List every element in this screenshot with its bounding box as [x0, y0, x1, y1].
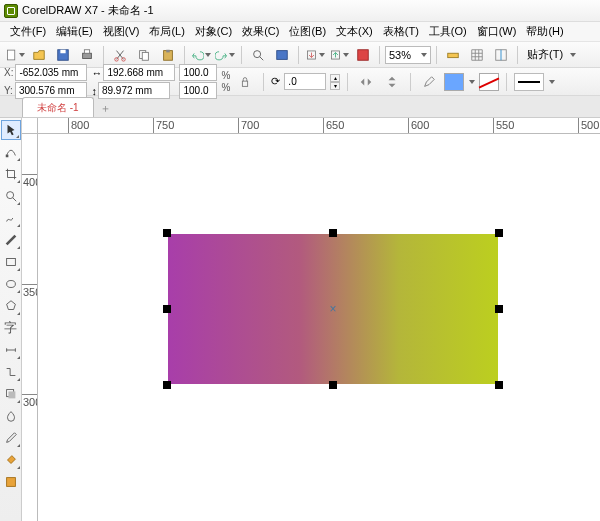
crop-tool[interactable] — [1, 164, 21, 184]
vertical-ruler[interactable]: 400 350 300 — [22, 134, 38, 521]
resize-handle-ml[interactable] — [163, 305, 171, 313]
menu-help[interactable]: 帮助(H) — [522, 22, 567, 41]
resize-handle-mr[interactable] — [495, 305, 503, 313]
print-button[interactable] — [76, 44, 98, 66]
undo-button[interactable] — [190, 44, 212, 66]
width-field[interactable]: 192.668 mm — [103, 64, 175, 81]
grid-button[interactable] — [466, 44, 488, 66]
rotation-field[interactable]: .0 — [284, 73, 326, 90]
window-title: CorelDRAW X7 - 未命名 -1 — [22, 3, 154, 18]
rotation-spinner[interactable]: ▴▾ — [330, 74, 340, 90]
redo-button[interactable] — [214, 44, 236, 66]
svg-point-22 — [6, 281, 15, 288]
menu-edit[interactable]: 编辑(E) — [52, 22, 97, 41]
scale-x-field[interactable]: 100.0 — [179, 64, 217, 81]
svg-point-20 — [6, 192, 13, 199]
svg-rect-15 — [358, 49, 369, 60]
svg-rect-10 — [166, 49, 170, 52]
paste-button[interactable] — [157, 44, 179, 66]
ruler-origin[interactable] — [22, 118, 38, 134]
selected-rectangle[interactable]: × — [168, 234, 498, 384]
search-button[interactable] — [247, 44, 269, 66]
svg-point-11 — [254, 50, 261, 57]
cut-button[interactable] — [109, 44, 131, 66]
polygon-tool[interactable] — [1, 296, 21, 316]
transparency-tool[interactable] — [1, 406, 21, 426]
document-tabs: 未命名 -1 ＋ — [0, 96, 600, 118]
property-bar: X: -652.035 mm Y: 300.576 mm ↔ 192.668 m… — [0, 68, 600, 96]
menu-layout[interactable]: 布局(L) — [145, 22, 188, 41]
smart-fill-tool[interactable] — [1, 472, 21, 492]
resize-handle-tr[interactable] — [495, 229, 503, 237]
percent-label: % — [221, 70, 230, 81]
percent-label-2: % — [221, 82, 230, 93]
svg-rect-21 — [6, 259, 15, 266]
menu-effect[interactable]: 效果(C) — [238, 22, 283, 41]
artistic-media-tool[interactable] — [1, 230, 21, 250]
horizontal-ruler[interactable]: 800 750 700 650 600 550 500 — [38, 118, 600, 134]
menu-file[interactable]: 文件(F) — [6, 22, 50, 41]
svg-rect-19 — [5, 155, 8, 158]
menu-text[interactable]: 文本(X) — [332, 22, 377, 41]
svg-rect-3 — [83, 53, 92, 58]
save-button[interactable] — [52, 44, 74, 66]
interactive-fill-tool[interactable] — [1, 450, 21, 470]
text-tool[interactable]: 字 — [1, 318, 21, 338]
selection-center-icon[interactable]: × — [329, 302, 336, 316]
no-fill-swatch[interactable] — [479, 73, 499, 91]
title-bar: CorelDRAW X7 - 未命名 -1 — [0, 0, 600, 22]
copy-button[interactable] — [133, 44, 155, 66]
publish-button[interactable] — [352, 44, 374, 66]
zoom-tool[interactable] — [1, 186, 21, 206]
menu-view[interactable]: 视图(V) — [99, 22, 144, 41]
new-button[interactable] — [4, 44, 26, 66]
parallel-dim-tool[interactable] — [1, 340, 21, 360]
freehand-tool[interactable] — [1, 208, 21, 228]
width-icon: ↔ — [91, 67, 102, 79]
fullscreen-button[interactable] — [271, 44, 293, 66]
resize-handle-tl[interactable] — [163, 229, 171, 237]
rulers-button[interactable] — [442, 44, 464, 66]
shape-tool[interactable] — [1, 142, 21, 162]
export-button[interactable] — [328, 44, 350, 66]
outline-pen-button[interactable] — [418, 71, 440, 93]
mirror-h-button[interactable] — [355, 71, 377, 93]
height-field[interactable]: 89.972 mm — [98, 82, 170, 99]
fill-swatch[interactable] — [444, 73, 464, 91]
eyedropper-tool[interactable] — [1, 428, 21, 448]
zoom-field[interactable]: 53% — [385, 46, 431, 64]
scale-y-field[interactable]: 100.0 — [179, 82, 217, 99]
svg-rect-4 — [84, 49, 89, 53]
mirror-v-button[interactable] — [381, 71, 403, 93]
menu-tools[interactable]: 工具(O) — [425, 22, 471, 41]
height-icon: ↕ — [91, 85, 97, 97]
stroke-style[interactable] — [514, 73, 544, 91]
menu-bitmap[interactable]: 位图(B) — [285, 22, 330, 41]
resize-handle-tm[interactable] — [329, 229, 337, 237]
lock-ratio-button[interactable] — [234, 71, 256, 93]
resize-handle-bm[interactable] — [329, 381, 337, 389]
import-button[interactable] — [304, 44, 326, 66]
zoom-value: 53% — [389, 49, 411, 61]
connector-tool[interactable] — [1, 362, 21, 382]
menu-window[interactable]: 窗口(W) — [473, 22, 521, 41]
app-logo-icon — [4, 4, 18, 18]
menu-object[interactable]: 对象(C) — [191, 22, 236, 41]
y-label: Y: — [4, 85, 13, 96]
doc-tab-active[interactable]: 未命名 -1 — [22, 97, 94, 117]
new-doc-tab[interactable]: ＋ — [96, 99, 116, 117]
guides-button[interactable] — [490, 44, 512, 66]
resize-handle-bl[interactable] — [163, 381, 171, 389]
resize-handle-br[interactable] — [495, 381, 503, 389]
x-label: X: — [4, 67, 13, 78]
drop-shadow-tool[interactable] — [1, 384, 21, 404]
ellipse-tool[interactable] — [1, 274, 21, 294]
menu-table[interactable]: 表格(T) — [379, 22, 423, 41]
snap-button[interactable]: 贴齐(T) — [523, 47, 567, 62]
canvas[interactable]: × — [38, 134, 600, 521]
x-field[interactable]: -652.035 mm — [15, 64, 87, 81]
pick-tool[interactable] — [1, 120, 21, 140]
rectangle-tool[interactable] — [1, 252, 21, 272]
open-button[interactable] — [28, 44, 50, 66]
rotation-icon: ⟳ — [271, 75, 280, 88]
